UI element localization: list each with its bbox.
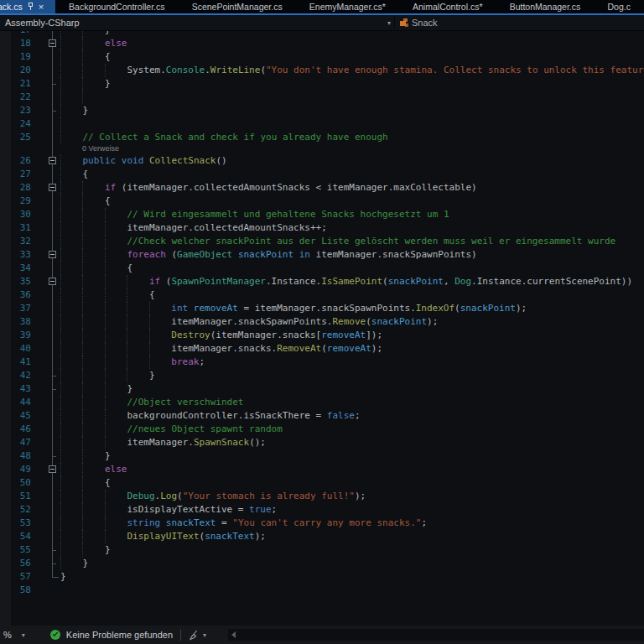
code-text: } <box>60 449 111 463</box>
close-icon[interactable]: × <box>39 3 44 11</box>
codelens-references[interactable]: 0 Verweise <box>0 144 644 154</box>
code-line-34[interactable]: 34{ <box>0 262 644 275</box>
code-line-31[interactable]: 31itemManager.collectedAmountSnacks++; <box>0 221 644 235</box>
scope-dropdown[interactable]: Snack <box>400 18 438 28</box>
chevron-down-icon[interactable]: ▾ <box>203 631 206 639</box>
code-line-17[interactable]: 17} <box>0 31 644 37</box>
code-line-30[interactable]: 30// Wird eingesammelt und gehaltene Sna… <box>0 208 644 221</box>
code-line-46[interactable]: 46//neues Object spawnt random <box>0 423 644 436</box>
code-line-26[interactable]: 26public void CollectSnack() <box>0 154 644 168</box>
code-line-29[interactable]: 29{ <box>0 195 644 208</box>
code-line-48[interactable]: 48} <box>0 449 644 463</box>
code-line-32[interactable]: 32//Check welcher snackPoint aus der Lis… <box>0 235 644 248</box>
codelens-label: 0 Verweise <box>82 144 119 153</box>
line-number: 54 <box>0 530 31 543</box>
code-text: { <box>60 262 132 275</box>
code-text: itemManager.snacks.RemoveAt(removeAt); <box>60 342 382 356</box>
tab-scenepointmanagercs[interactable]: ScenePointManager.cs <box>179 0 296 13</box>
code-line-23[interactable]: 23} <box>0 104 644 117</box>
tab-snack-active[interactable]: ack.cs × <box>0 0 55 13</box>
code-line-35[interactable]: 35if (SpawnPointManager.Instance.IsSameP… <box>0 275 644 288</box>
code-line-22[interactable]: 22 <box>0 91 644 104</box>
fold-region-end <box>52 389 56 390</box>
code-text: string snackText = "You can't carry any … <box>60 517 427 530</box>
code-line-56[interactable]: 56} <box>0 557 644 570</box>
code-text: Destroy(itemManager.snacks[removeAt]); <box>60 329 382 342</box>
fold-collapse-button[interactable] <box>49 251 56 258</box>
fold-collapse-button[interactable] <box>49 39 56 47</box>
code-text: } <box>60 31 111 37</box>
code-text: } <box>60 543 111 557</box>
tab-dogc[interactable]: Dog.c <box>594 0 644 13</box>
code-line-41[interactable]: 41break; <box>0 356 644 369</box>
code-line-58[interactable]: 58 <box>0 584 644 597</box>
line-number: 33 <box>0 248 31 262</box>
code-text: break; <box>60 356 205 369</box>
code-line-40[interactable]: 40itemManager.snacks.RemoveAt(removeAt); <box>0 342 644 356</box>
code-line-25[interactable]: 25// Collect a Snack and check if you al… <box>0 131 644 144</box>
code-text: { <box>60 195 111 208</box>
tab-animalcontrolcs[interactable]: AnimalControl.cs* <box>399 0 496 13</box>
code-line-52[interactable]: 52isDisplayTextActive = true; <box>0 503 644 517</box>
code-text: } <box>60 104 88 117</box>
fold-collapse-button[interactable] <box>49 465 56 473</box>
code-text: System.Console.WriteLine("You don't have… <box>60 64 644 77</box>
line-number: 29 <box>0 195 31 208</box>
line-number: 37 <box>0 302 31 315</box>
fold-region-end <box>52 577 59 578</box>
horizontal-scrollbar[interactable] <box>228 629 644 641</box>
tab-backgroundcontrollercs[interactable]: BackgroundController.cs <box>55 0 179 13</box>
code-line-21[interactable]: 21} <box>0 77 644 91</box>
code-line-49[interactable]: 49else <box>0 463 644 476</box>
project-dropdown[interactable]: Assembly-CSharp <box>0 18 80 28</box>
code-line-20[interactable]: 20System.Console.WriteLine("You don't ha… <box>0 64 644 77</box>
code-line-50[interactable]: 50{ <box>0 476 644 490</box>
line-number: 31 <box>0 221 31 235</box>
code-cleanup-broom-icon[interactable] <box>189 630 200 641</box>
code-line-57[interactable]: 57} <box>0 570 644 584</box>
code-line-43[interactable]: 43} <box>0 382 644 396</box>
code-line-19[interactable]: 19{ <box>0 50 644 64</box>
tab-enemymanagercs[interactable]: EnemyManager.cs* <box>296 0 399 13</box>
code-line-51[interactable]: 51Debug.Log("Your stomach is already ful… <box>0 490 644 503</box>
line-number: 46 <box>0 423 31 436</box>
code-editor[interactable]: 17}18else19{20System.Console.WriteLine("… <box>0 31 644 626</box>
code-line-37[interactable]: 37int removeAt = itemManager.snackSpawnP… <box>0 302 644 315</box>
document-health-indicator[interactable]: Keine Probleme gefunden <box>50 630 173 640</box>
fold-region-end <box>52 111 56 112</box>
code-text: } <box>60 570 66 584</box>
line-number: 26 <box>0 154 31 168</box>
code-line-45[interactable]: 45backgroundController.isSnackThere = fa… <box>0 409 644 423</box>
code-text: } <box>60 369 155 382</box>
tab-label: BackgroundController.cs <box>69 2 164 12</box>
tab-label: ButtonManager.cs <box>510 2 581 12</box>
code-line-38[interactable]: 38itemManager.snackSpawnPoints.Remove(sn… <box>0 315 644 329</box>
code-line-18[interactable]: 18else <box>0 37 644 50</box>
zoom-selector[interactable]: % ▾ <box>0 630 29 640</box>
fold-collapse-button[interactable] <box>49 184 56 191</box>
code-line-36[interactable]: 36{ <box>0 288 644 302</box>
code-line-55[interactable]: 55} <box>0 543 644 557</box>
tab-buttonmanagercs[interactable]: ButtonManager.cs <box>496 0 595 13</box>
code-line-47[interactable]: 47itemManager.SpawnSnack(); <box>0 436 644 449</box>
code-line-33[interactable]: 33foreach (GameObject snackPoint in item… <box>0 248 644 262</box>
pin-icon[interactable] <box>27 3 34 11</box>
code-line-54[interactable]: 54DisplayUIText(snackText); <box>0 530 644 543</box>
line-number: 27 <box>0 168 31 181</box>
chevron-down-icon[interactable]: ▾ <box>387 19 391 27</box>
scroll-left-icon[interactable] <box>231 631 236 638</box>
line-number: 21 <box>0 77 31 91</box>
code-text: } <box>60 77 111 91</box>
code-line-24[interactable]: 24 <box>0 117 644 131</box>
fold-collapse-button[interactable] <box>49 278 56 285</box>
code-line-39[interactable]: 39Destroy(itemManager.snacks[removeAt]); <box>0 329 644 342</box>
line-number: 35 <box>0 275 31 288</box>
navigation-bar: Assembly-CSharp ▾ Snack <box>0 15 644 31</box>
code-line-42[interactable]: 42} <box>0 369 644 382</box>
indent-guide <box>60 91 61 104</box>
code-line-53[interactable]: 53string snackText = "You can't carry an… <box>0 517 644 530</box>
fold-collapse-button[interactable] <box>49 157 56 164</box>
code-line-44[interactable]: 44//Object verschwindet <box>0 396 644 409</box>
code-line-27[interactable]: 27{ <box>0 168 644 181</box>
code-line-28[interactable]: 28if (itemManager.collectedAmountSnacks … <box>0 181 644 195</box>
